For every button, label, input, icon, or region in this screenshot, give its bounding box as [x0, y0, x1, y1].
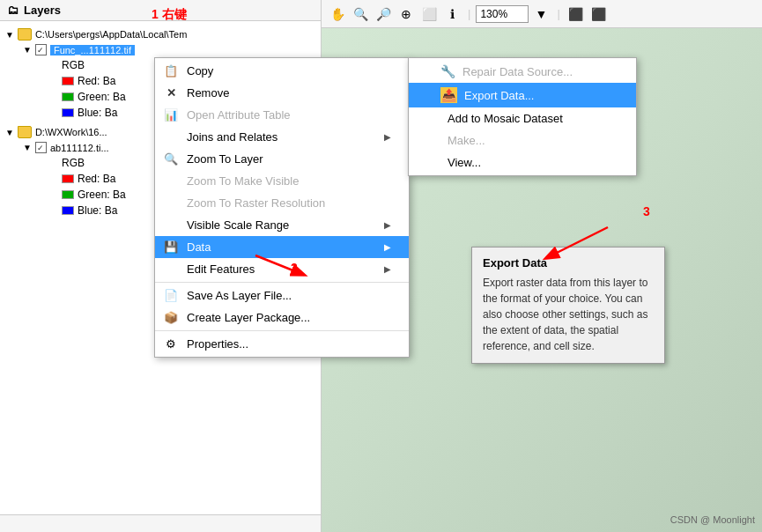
data-label: Data: [187, 240, 211, 254]
menu-item-open-attr[interactable]: 📊 Open Attribute Table: [155, 104, 409, 126]
menu-item-joins[interactable]: Joins and Relates ▶: [155, 126, 409, 148]
zoom-visible-label: Zoom To Make Visible: [187, 174, 299, 188]
red-swatch-1: [62, 77, 74, 85]
menu-item-copy[interactable]: 📋 Copy: [155, 60, 409, 82]
zoom-input[interactable]: [476, 5, 529, 23]
visible-scale-label: Visible Scale Range: [187, 218, 289, 232]
group1-layer-name: Func_...111112.tif: [50, 45, 135, 55]
red-swatch-2: [62, 174, 74, 183]
green-swatch-1: [62, 92, 74, 101]
layers-title: Layers: [24, 4, 61, 17]
group2-checkbox[interactable]: [35, 142, 47, 153]
tool-btn-select[interactable]: ⬜: [418, 4, 440, 25]
tool-btn-info[interactable]: ℹ: [441, 4, 462, 25]
visible-scale-arrow: ▶: [384, 220, 391, 230]
folder-icon-2: [18, 126, 32, 138]
tool-btn-zoom-out[interactable]: 🔎: [373, 4, 394, 25]
group2-layer-name: ab111112.ti...: [50, 143, 109, 153]
tool-btn-extra2[interactable]: ⬛: [588, 4, 610, 25]
view-label: View...: [448, 156, 481, 169]
joins-arrow: ▶: [384, 132, 391, 142]
zoom-raster-icon: [162, 195, 180, 212]
panel-bottom: [0, 514, 321, 532]
blue-swatch-1: [62, 108, 74, 117]
group1-checkbox[interactable]: [35, 44, 47, 55]
properties-icon: ⚙: [162, 336, 180, 353]
group1-header[interactable]: ▼ C:\Users\pergs\AppData\Local\Tem: [5, 26, 315, 42]
sub-context-menu: 🔧 Repair Data Source... 📤 Export Data...…: [408, 57, 637, 176]
zoom-raster-label: Zoom To Raster Resolution: [187, 196, 325, 210]
sub-menu-add-mosaic[interactable]: Add to Mosaic Dataset: [409, 107, 636, 129]
make-label: Make...: [448, 134, 485, 147]
export-label: Export Data...: [464, 89, 534, 102]
create-pkg-icon: 📦: [162, 309, 180, 327]
menu-item-create-pkg[interactable]: 📦 Create Layer Package...: [155, 307, 409, 329]
repair-icon: 🔧: [440, 64, 455, 78]
zoom-dropdown[interactable]: ▼: [530, 4, 551, 25]
tool-btn-hand[interactable]: ✋: [327, 4, 348, 25]
joins-icon: [162, 129, 180, 146]
menu-sep-1: [155, 282, 409, 283]
sub-menu-make[interactable]: Make...: [409, 129, 636, 151]
rgb-label-1: RGB: [62, 59, 85, 71]
menu-item-zoom-raster[interactable]: Zoom To Raster Resolution: [155, 192, 409, 214]
red-label-2: Red: Ba: [78, 173, 115, 185]
green-label-2: Green: Ba: [78, 188, 126, 201]
properties-label: Properties...: [187, 337, 248, 351]
sub-menu-repair[interactable]: 🔧 Repair Data Source...: [409, 60, 636, 83]
group1-path: C:\Users\pergs\AppData\Local\Tem: [35, 29, 187, 40]
layers-icon: 🗂: [7, 4, 18, 17]
watermark: CSDN @ Moonlight: [670, 514, 755, 525]
menu-item-edit-features[interactable]: Edit Features ▶: [155, 258, 409, 280]
add-mosaic-label: Add to Mosaic Dataset: [448, 112, 563, 125]
group1-layer-row[interactable]: ▼ Func_...111112.tif: [23, 42, 315, 57]
tool-btn-pan[interactable]: ⊕: [396, 4, 417, 25]
sub-menu-export[interactable]: 📤 Export Data...: [409, 83, 636, 107]
tool-btn-extra1[interactable]: ⬛: [566, 4, 587, 25]
joins-label: Joins and Relates: [187, 130, 277, 144]
save-layer-label: Save As Layer File...: [187, 289, 292, 302]
tooltip-box: Export Data Export raster data from this…: [471, 247, 665, 364]
blue-label-1: Blue: Ba: [78, 107, 117, 119]
context-menu: 📋 Copy ✕ Remove 📊 Open Attribute Table J…: [154, 57, 410, 358]
blue-swatch-2: [62, 206, 74, 215]
copy-icon: 📋: [162, 63, 180, 80]
remove-icon: ✕: [162, 85, 180, 102]
green-swatch-2: [62, 190, 74, 199]
edit-features-icon: [162, 261, 180, 278]
folder-icon-1: [18, 28, 32, 41]
data-icon: 💾: [162, 239, 180, 256]
menu-item-remove[interactable]: ✕ Remove: [155, 82, 409, 104]
create-pkg-label: Create Layer Package...: [187, 311, 310, 324]
export-icon: 📤: [440, 87, 457, 103]
zoom-layer-label: Zoom To Layer: [187, 152, 263, 166]
menu-item-save-layer[interactable]: 📄 Save As Layer File...: [155, 284, 409, 307]
red-label-1: Red: Ba: [78, 75, 115, 87]
green-label-1: Green: Ba: [78, 91, 126, 103]
open-attr-label: Open Attribute Table: [187, 108, 291, 122]
open-attr-icon: 📊: [162, 107, 180, 124]
tool-btn-zoom-in[interactable]: 🔍: [350, 4, 371, 25]
blue-label-2: Blue: Ba: [78, 204, 117, 217]
zoom-layer-icon: 🔍: [162, 151, 180, 168]
tooltip-title: Export Data: [483, 256, 654, 270]
data-arrow: ▶: [384, 242, 391, 252]
group2-path: D:\WXWork\16...: [35, 127, 107, 137]
edit-features-arrow: ▶: [384, 264, 391, 274]
rgb-label-2: RGB: [62, 157, 85, 169]
menu-item-data[interactable]: 💾 Data ▶: [155, 236, 409, 258]
annotation-1: 1 右键: [152, 7, 187, 23]
tooltip-text: Export raster data from this layer to th…: [483, 275, 654, 354]
remove-label: Remove: [187, 86, 229, 100]
menu-item-zoom-visible[interactable]: Zoom To Make Visible: [155, 170, 409, 192]
save-layer-icon: 📄: [162, 287, 180, 305]
edit-features-label: Edit Features: [187, 262, 255, 276]
menu-item-visible-scale[interactable]: Visible Scale Range ▶: [155, 214, 409, 236]
copy-label: Copy: [187, 64, 213, 78]
sub-menu-view[interactable]: View...: [409, 151, 636, 174]
menu-item-zoom-layer[interactable]: 🔍 Zoom To Layer: [155, 148, 409, 170]
menu-item-properties[interactable]: ⚙ Properties...: [155, 333, 409, 355]
toolbar-strip: ✋ 🔍 🔎 ⊕ ⬜ ℹ | ▼ | ⬛ ⬛: [322, 0, 762, 28]
visible-scale-icon: [162, 217, 180, 234]
menu-sep-2: [155, 330, 409, 331]
